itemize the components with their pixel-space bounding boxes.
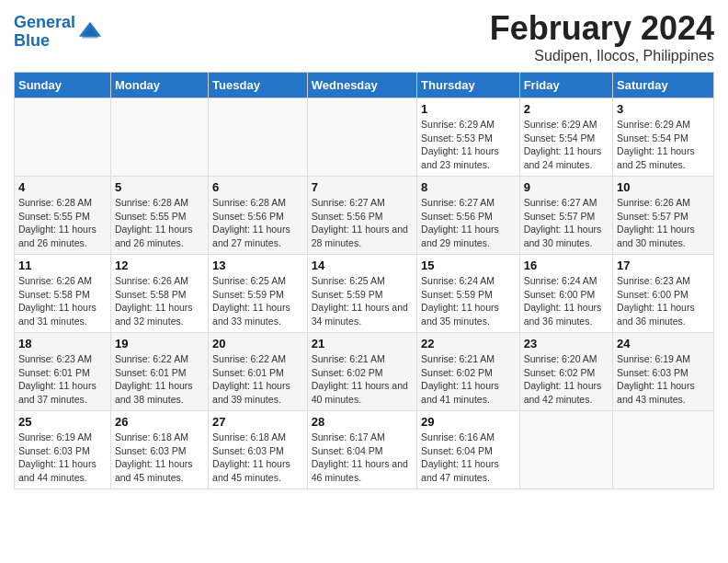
calendar-cell: 4Sunrise: 6:28 AM Sunset: 5:55 PM Daylig… — [15, 177, 111, 255]
day-number: 16 — [524, 259, 609, 272]
calendar-cell: 24Sunrise: 6:19 AM Sunset: 6:03 PM Dayli… — [613, 333, 714, 411]
day-info: Sunrise: 6:21 AM Sunset: 6:02 PM Dayligh… — [312, 352, 413, 407]
day-number: 20 — [212, 337, 303, 350]
calendar-cell: 16Sunrise: 6:24 AM Sunset: 6:00 PM Dayli… — [519, 255, 612, 333]
logo-icon — [77, 19, 103, 45]
calendar-cell: 25Sunrise: 6:19 AM Sunset: 6:03 PM Dayli… — [15, 411, 111, 489]
day-info: Sunrise: 6:23 AM Sunset: 6:01 PM Dayligh… — [18, 352, 107, 407]
calendar-cell: 5Sunrise: 6:28 AM Sunset: 5:55 PM Daylig… — [110, 177, 208, 255]
day-number: 24 — [617, 337, 710, 350]
day-info: Sunrise: 6:17 AM Sunset: 6:04 PM Dayligh… — [312, 431, 413, 485]
month-title: February 2024 — [490, 9, 714, 48]
day-number: 2 — [524, 102, 609, 116]
calendar-cell: 2Sunrise: 6:29 AM Sunset: 5:54 PM Daylig… — [519, 98, 612, 177]
calendar-cell: 10Sunrise: 6:26 AM Sunset: 5:57 PM Dayli… — [613, 177, 714, 255]
day-number: 25 — [18, 415, 107, 429]
calendar-cell — [15, 98, 111, 177]
day-info: Sunrise: 6:18 AM Sunset: 6:03 PM Dayligh… — [115, 431, 204, 485]
day-number: 10 — [617, 180, 710, 194]
title-block: February 2024 Sudipen, Ilocos, Philippin… — [490, 9, 714, 64]
weekday-monday: Monday — [110, 73, 208, 98]
calendar-cell: 26Sunrise: 6:18 AM Sunset: 6:03 PM Dayli… — [110, 411, 208, 489]
calendar-cell: 29Sunrise: 6:16 AM Sunset: 6:04 PM Dayli… — [417, 411, 520, 489]
calendar-table: SundayMondayTuesdayWednesdayThursdayFrid… — [14, 72, 714, 489]
day-info: Sunrise: 6:16 AM Sunset: 6:04 PM Dayligh… — [421, 431, 516, 485]
day-number: 17 — [617, 259, 710, 272]
calendar-cell — [307, 98, 416, 177]
calendar-cell: 11Sunrise: 6:26 AM Sunset: 5:58 PM Dayli… — [15, 255, 111, 333]
calendar-cell: 20Sunrise: 6:22 AM Sunset: 6:01 PM Dayli… — [209, 333, 308, 411]
calendar-cell: 3Sunrise: 6:29 AM Sunset: 5:54 PM Daylig… — [613, 98, 714, 177]
day-info: Sunrise: 6:26 AM Sunset: 5:58 PM Dayligh… — [18, 274, 107, 328]
calendar-cell: 21Sunrise: 6:21 AM Sunset: 6:02 PM Dayli… — [307, 333, 416, 411]
calendar-cell: 8Sunrise: 6:27 AM Sunset: 5:56 PM Daylig… — [417, 177, 520, 255]
weekday-friday: Friday — [519, 73, 612, 98]
weekday-thursday: Thursday — [417, 73, 520, 98]
weekday-wednesday: Wednesday — [307, 73, 416, 98]
calendar-cell — [519, 411, 612, 489]
calendar-cell — [209, 98, 308, 177]
calendar-week-4: 18Sunrise: 6:23 AM Sunset: 6:01 PM Dayli… — [15, 333, 714, 411]
day-number: 8 — [421, 180, 516, 194]
day-number: 26 — [115, 415, 204, 429]
day-info: Sunrise: 6:26 AM Sunset: 5:58 PM Dayligh… — [115, 274, 204, 328]
calendar-cell: 17Sunrise: 6:23 AM Sunset: 6:00 PM Dayli… — [613, 255, 714, 333]
day-info: Sunrise: 6:27 AM Sunset: 5:56 PM Dayligh… — [312, 196, 413, 250]
day-number: 5 — [115, 180, 204, 194]
calendar-cell: 12Sunrise: 6:26 AM Sunset: 5:58 PM Dayli… — [110, 255, 208, 333]
day-info: Sunrise: 6:27 AM Sunset: 5:57 PM Dayligh… — [524, 196, 609, 250]
day-info: Sunrise: 6:28 AM Sunset: 5:55 PM Dayligh… — [18, 196, 107, 250]
day-number: 11 — [18, 259, 107, 272]
calendar-cell: 15Sunrise: 6:24 AM Sunset: 5:59 PM Dayli… — [417, 255, 520, 333]
day-info: Sunrise: 6:26 AM Sunset: 5:57 PM Dayligh… — [617, 196, 710, 250]
day-info: Sunrise: 6:23 AM Sunset: 6:00 PM Dayligh… — [617, 274, 710, 328]
day-number: 3 — [617, 102, 710, 116]
calendar-week-5: 25Sunrise: 6:19 AM Sunset: 6:03 PM Dayli… — [15, 411, 714, 489]
logo-blue: Blue — [14, 32, 75, 51]
calendar-cell: 19Sunrise: 6:22 AM Sunset: 6:01 PM Dayli… — [110, 333, 208, 411]
calendar-week-2: 4Sunrise: 6:28 AM Sunset: 5:55 PM Daylig… — [15, 177, 714, 255]
calendar-cell: 7Sunrise: 6:27 AM Sunset: 5:56 PM Daylig… — [307, 177, 416, 255]
day-number: 12 — [115, 259, 204, 272]
day-number: 15 — [421, 259, 516, 272]
calendar-cell: 27Sunrise: 6:18 AM Sunset: 6:03 PM Dayli… — [209, 411, 308, 489]
day-info: Sunrise: 6:28 AM Sunset: 5:55 PM Dayligh… — [115, 196, 204, 250]
calendar-cell: 13Sunrise: 6:25 AM Sunset: 5:59 PM Dayli… — [209, 255, 308, 333]
day-number: 21 — [312, 337, 413, 350]
day-info: Sunrise: 6:24 AM Sunset: 5:59 PM Dayligh… — [421, 274, 516, 328]
calendar-cell: 14Sunrise: 6:25 AM Sunset: 5:59 PM Dayli… — [307, 255, 416, 333]
calendar-cell: 18Sunrise: 6:23 AM Sunset: 6:01 PM Dayli… — [15, 333, 111, 411]
day-info: Sunrise: 6:29 AM Sunset: 5:54 PM Dayligh… — [524, 118, 609, 172]
day-info: Sunrise: 6:25 AM Sunset: 5:59 PM Dayligh… — [212, 274, 303, 328]
calendar-cell: 6Sunrise: 6:28 AM Sunset: 5:56 PM Daylig… — [209, 177, 308, 255]
day-number: 29 — [421, 415, 516, 429]
day-number: 28 — [312, 415, 413, 429]
weekday-header-row: SundayMondayTuesdayWednesdayThursdayFrid… — [15, 73, 714, 98]
calendar-week-3: 11Sunrise: 6:26 AM Sunset: 5:58 PM Dayli… — [15, 255, 714, 333]
day-info: Sunrise: 6:22 AM Sunset: 6:01 PM Dayligh… — [115, 352, 204, 407]
day-info: Sunrise: 6:21 AM Sunset: 6:02 PM Dayligh… — [421, 352, 516, 407]
calendar-cell: 1Sunrise: 6:29 AM Sunset: 5:53 PM Daylig… — [417, 98, 520, 177]
day-number: 13 — [212, 259, 303, 272]
day-number: 14 — [312, 259, 413, 272]
day-info: Sunrise: 6:19 AM Sunset: 6:03 PM Dayligh… — [617, 352, 710, 407]
day-info: Sunrise: 6:22 AM Sunset: 6:01 PM Dayligh… — [212, 352, 303, 407]
day-info: Sunrise: 6:20 AM Sunset: 6:02 PM Dayligh… — [524, 352, 609, 407]
location-subtitle: Sudipen, Ilocos, Philippines — [490, 48, 714, 64]
day-info: Sunrise: 6:19 AM Sunset: 6:03 PM Dayligh… — [18, 431, 107, 485]
logo: General Blue — [14, 14, 103, 51]
day-number: 22 — [421, 337, 516, 350]
calendar-cell: 9Sunrise: 6:27 AM Sunset: 5:57 PM Daylig… — [519, 177, 612, 255]
day-number: 9 — [524, 180, 609, 194]
weekday-sunday: Sunday — [15, 73, 111, 98]
day-info: Sunrise: 6:25 AM Sunset: 5:59 PM Dayligh… — [312, 274, 413, 328]
logo-general: General — [14, 13, 75, 31]
day-info: Sunrise: 6:24 AM Sunset: 6:00 PM Dayligh… — [524, 274, 609, 328]
day-number: 18 — [18, 337, 107, 350]
day-info: Sunrise: 6:28 AM Sunset: 5:56 PM Dayligh… — [212, 196, 303, 250]
calendar-cell — [613, 411, 714, 489]
page-header: General Blue February 2024 Sudipen, Iloc… — [14, 9, 714, 64]
day-info: Sunrise: 6:18 AM Sunset: 6:03 PM Dayligh… — [212, 431, 303, 485]
day-number: 27 — [212, 415, 303, 429]
day-number: 7 — [312, 180, 413, 194]
